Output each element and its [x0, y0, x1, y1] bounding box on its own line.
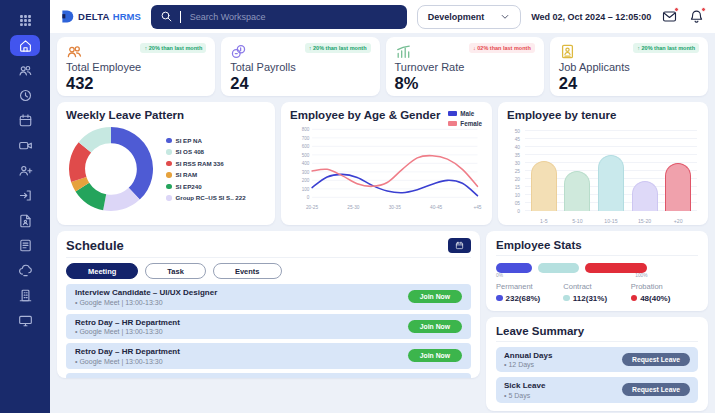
- employee-stat-value: 48(40%): [631, 294, 698, 303]
- leave-item-title: Sick Leave: [504, 381, 545, 390]
- schedule-header: Schedule: [66, 238, 471, 258]
- sidebar-item-documents[interactable]: [10, 210, 40, 231]
- employee-stats-title: Employee Stats: [496, 239, 698, 256]
- tenure-title: Employee by tenure: [507, 109, 699, 121]
- svg-text:40-45: 40-45: [430, 205, 443, 210]
- schedule-item-title: Retro Day – HR Department: [75, 377, 180, 379]
- leave-item-text: Annual Days• 12 Days: [504, 351, 552, 369]
- applicants-icon: [559, 43, 576, 60]
- top-bar: DELTA HRMS Development Wed 02, Oct 2024 …: [50, 0, 715, 33]
- leave-icon: [18, 188, 33, 203]
- devices-icon: [18, 313, 33, 328]
- employee-stat-value: 232(68%): [496, 294, 563, 303]
- search-caret: [180, 11, 181, 23]
- join-now-button[interactable]: Join Now: [408, 290, 462, 303]
- legend-item-female: Female: [448, 120, 482, 127]
- search-input[interactable]: [188, 11, 398, 23]
- sidebar-item-organization[interactable]: [10, 285, 40, 306]
- svg-text:100: 100: [302, 187, 310, 192]
- brand-logo: DELTA HRMS: [60, 9, 141, 24]
- charts-row: Weekly Leave Pattern SI EP NASI OS 408SI…: [57, 102, 708, 225]
- tenure-bar-5-10: [564, 171, 590, 211]
- schedule-item[interactable]: Retro Day – HR Department• Google Meet |…: [66, 343, 471, 369]
- sidebar-item-home[interactable]: [10, 35, 40, 56]
- employee-stat-permanent: Permanent232(68%): [496, 282, 563, 303]
- home-icon: [18, 38, 33, 53]
- donut-legend: SI EP NASI OS 408SI RSS RAM 336SI RAMSI …: [166, 137, 246, 202]
- tenure-bar-chart: 005101520253035404550 1-55-1010-1515-20+…: [507, 124, 699, 224]
- progress-segment-permanent: [496, 263, 532, 273]
- tenure-bars: [527, 126, 695, 211]
- chevron-down-icon: [500, 12, 510, 22]
- sidebar-item-reports[interactable]: [10, 235, 40, 256]
- tenure-bar-15-20: [632, 181, 658, 211]
- schedule-item-meta: • Google Meet | 13:00-13:30: [75, 299, 217, 306]
- join-now-button[interactable]: Join Now: [408, 349, 462, 362]
- join-now-button[interactable]: Join Now: [408, 320, 462, 333]
- stat-card-total-employee: ↑ 20% than last monthTotal Employee432: [57, 37, 215, 96]
- svg-text:+45: +45: [473, 205, 481, 210]
- stat-top: ↑ 20% than last month: [230, 43, 370, 60]
- schedule-item-meta: • Google Meet | 13:00-13:30: [75, 328, 180, 335]
- apps-grid-icon: [18, 13, 33, 28]
- request-leave-button[interactable]: Request Leave: [622, 353, 690, 366]
- bell-notification-dot: [701, 7, 706, 12]
- schedule-item-meta: • Google Meet | 13:00-13:30: [75, 358, 180, 365]
- calendar-icon: [455, 241, 464, 250]
- main-area: ↑ 20% than last monthTotal Employee432↑ …: [50, 33, 715, 413]
- bar-category-label: 15-20: [632, 218, 658, 224]
- sidebar-item-apps[interactable]: [10, 10, 40, 31]
- employee-stat-label: Probation: [631, 282, 698, 291]
- leave-summary-title: Leave Summary: [496, 325, 698, 342]
- weekly-leave-donut-chart: [66, 124, 156, 214]
- sidebar-item-meetings[interactable]: [10, 135, 40, 156]
- sidebar-item-attendance[interactable]: [10, 85, 40, 106]
- sidebar-item-recruitment[interactable]: [10, 160, 40, 181]
- bar-category-label: +20: [665, 218, 691, 224]
- brand-name-secondary: HRMS: [113, 11, 141, 22]
- sidebar-item-employees[interactable]: [10, 60, 40, 81]
- employee-stat-probation: Probation48(40%): [631, 282, 698, 303]
- notifications-button[interactable]: [688, 8, 705, 25]
- stat-value: 24: [230, 74, 370, 93]
- right-column: Employee Stats 0% 100% Permanent232(68%)…: [486, 231, 708, 411]
- leave-item: Sick Leave• 5 DaysRequest Leave: [496, 377, 698, 403]
- sidebar-item-calendar[interactable]: [10, 110, 40, 131]
- environment-selected: Development: [428, 12, 485, 22]
- search-icon: [160, 10, 173, 23]
- stat-trend-badge: ↑ 20% than last month: [140, 43, 206, 53]
- search-bar[interactable]: [151, 5, 407, 29]
- employee-stat-label: Permanent: [496, 282, 563, 291]
- schedule-item[interactable]: Retro Day – HR Department• Google Meet |…: [66, 314, 471, 340]
- svg-text:800: 800: [302, 127, 310, 132]
- schedule-item-title: Retro Day – HR Department: [75, 318, 180, 327]
- legend-item: SI RAM: [166, 171, 246, 178]
- tab-events[interactable]: Events: [213, 263, 282, 279]
- svg-text:400: 400: [302, 161, 310, 166]
- meetings-icon: [18, 138, 33, 153]
- sidebar-item-integrations[interactable]: [10, 260, 40, 281]
- sidebar-item-leave[interactable]: [10, 185, 40, 206]
- svg-text:600: 600: [302, 144, 310, 149]
- sidebar-item-devices[interactable]: [10, 310, 40, 331]
- tab-task[interactable]: Task: [145, 263, 206, 279]
- weekly-leave-title: Weekly Leave Pattern: [66, 109, 266, 121]
- progress-segment-probation: [585, 263, 648, 273]
- brand-name-primary: DELTA: [78, 11, 110, 22]
- schedule-item[interactable]: Retro Day – HR Department• Google Meet |…: [66, 373, 471, 379]
- stat-label: Total Employee: [66, 61, 206, 73]
- stat-card-turnover-rate: ↓ 02% than last monthTurnover Rate8%: [386, 37, 544, 96]
- schedule-item-title: Interview Candidate – UI/UX Designer: [75, 288, 217, 297]
- schedule-item[interactable]: Interview Candidate – UI/UX Designer• Go…: [66, 284, 471, 310]
- environment-dropdown[interactable]: Development: [417, 5, 522, 29]
- line-series-male: [312, 174, 477, 195]
- tab-meeting[interactable]: Meeting: [66, 263, 138, 279]
- employees-icon: [66, 43, 83, 60]
- mail-button[interactable]: [661, 8, 678, 25]
- request-leave-button[interactable]: Request Leave: [622, 383, 690, 396]
- sidebar-items: [10, 8, 40, 333]
- donut-wrap: SI EP NASI OS 408SI RSS RAM 336SI RAMSI …: [66, 124, 266, 214]
- sync-icon: [18, 263, 33, 278]
- schedule-calendar-button[interactable]: [448, 238, 471, 253]
- tenure-card: Employee by tenure 005101520253035404550…: [498, 102, 708, 225]
